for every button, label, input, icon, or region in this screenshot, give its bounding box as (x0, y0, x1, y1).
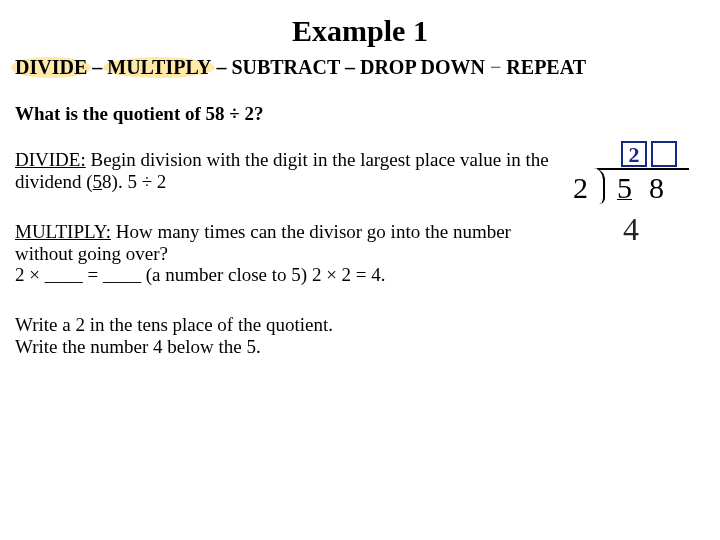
step-divide: DIVIDE (15, 56, 87, 79)
content-row: DIVIDE: Begin division with the digit in… (15, 149, 705, 386)
separator: − (485, 56, 506, 78)
dividend-ones-digit: 8 (649, 171, 664, 205)
step-subtract: SUBTRACT (231, 56, 340, 78)
separator: – (211, 56, 231, 78)
text: Write the number 4 below the 5. (15, 336, 261, 357)
divisor-value: 2 (573, 171, 588, 205)
division-bracket-icon (597, 168, 689, 204)
heading-divide: DIVIDE: (15, 149, 86, 170)
step-repeat: REPEAT (506, 56, 586, 78)
paragraph-multiply: MULTIPLY: How many times can the divisor… (15, 221, 555, 287)
question-text: What is the quotient of 58 ÷ 2? (15, 103, 705, 125)
worked-division: 2 2 5 8 4 (555, 149, 705, 261)
dividend-tens-digit: 5 (617, 171, 632, 205)
text: 8). 5 ÷ 2 (102, 171, 166, 192)
paragraph-write: Write a 2 in the tens place of the quoti… (15, 314, 555, 358)
page-title: Example 1 (15, 14, 705, 48)
multiply-equation: 2 × ____ = ____ (a number close to 5) 2 … (15, 264, 386, 285)
step-multiply: MULTIPLY (107, 56, 211, 79)
step-drop-down: DROP DOWN (360, 56, 485, 78)
long-division-figure: 2 2 5 8 4 (565, 141, 695, 261)
quotient-ones-box (651, 141, 677, 167)
dividend-tens-underlined: 5 (93, 171, 103, 192)
paragraph-divide: DIVIDE: Begin division with the digit in… (15, 149, 555, 193)
quotient-tens-box: 2 (621, 141, 647, 167)
steps-sequence: DIVIDE – MULTIPLY – SUBTRACT – DROP DOWN… (15, 56, 705, 79)
explanation-column: DIVIDE: Begin division with the digit in… (15, 149, 555, 386)
separator: – (87, 56, 107, 78)
separator: – (340, 56, 360, 78)
partial-product: 4 (623, 211, 639, 248)
heading-multiply: MULTIPLY: (15, 221, 111, 242)
text: Write a 2 in the tens place of the quoti… (15, 314, 333, 335)
